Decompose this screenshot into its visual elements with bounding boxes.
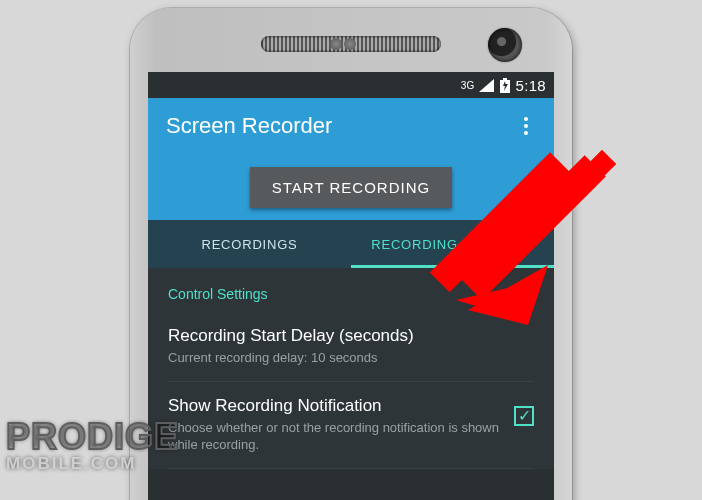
setting-title: Show Recording Notification bbox=[168, 396, 500, 416]
checkbox-icon[interactable]: ✓ bbox=[514, 406, 534, 426]
action-area: START RECORDING bbox=[148, 154, 554, 220]
phone-screen: 3G 5:18 Screen Recorder START RECORDING … bbox=[148, 72, 554, 500]
setting-title: Recording Start Delay (seconds) bbox=[168, 326, 414, 346]
svg-rect-1 bbox=[503, 78, 507, 80]
setting-item-start-delay[interactable]: Recording Start Delay (seconds) Current … bbox=[168, 312, 534, 382]
tab-label: RECORDINGS bbox=[201, 237, 297, 252]
phone-front-camera bbox=[488, 28, 522, 62]
watermark-line1: PRODIGE bbox=[6, 416, 179, 458]
app-bar: Screen Recorder bbox=[148, 98, 554, 154]
setting-subtitle: Choose whether or not the recording noti… bbox=[168, 419, 500, 454]
tab-recording-settings[interactable]: RECORDING SETTINGS bbox=[351, 220, 554, 268]
network-label: 3G bbox=[461, 80, 475, 91]
settings-list: Control Settings Recording Start Delay (… bbox=[148, 268, 554, 469]
tab-recordings[interactable]: RECORDINGS bbox=[148, 220, 351, 268]
overflow-menu-icon[interactable] bbox=[516, 109, 536, 143]
watermark: PRODIGE MOBILE.COM bbox=[6, 416, 179, 474]
start-recording-button[interactable]: START RECORDING bbox=[250, 167, 452, 208]
clock: 5:18 bbox=[516, 77, 546, 94]
tab-bar: RECORDINGS RECORDING SETTINGS bbox=[148, 220, 554, 268]
phone-sensor-dot bbox=[330, 38, 342, 50]
phone-sensor-dot bbox=[344, 38, 356, 50]
setting-subtitle: Current recording delay: 10 seconds bbox=[168, 349, 414, 367]
signal-icon bbox=[479, 79, 494, 92]
app-title: Screen Recorder bbox=[166, 113, 332, 139]
tab-label: RECORDING SETTINGS bbox=[371, 237, 533, 252]
settings-section-header: Control Settings bbox=[168, 268, 534, 312]
battery-icon bbox=[500, 78, 510, 93]
phone-frame: 3G 5:18 Screen Recorder START RECORDING … bbox=[130, 8, 572, 500]
status-bar: 3G 5:18 bbox=[148, 72, 554, 98]
setting-item-show-notification[interactable]: Show Recording Notification Choose wheth… bbox=[168, 382, 534, 469]
